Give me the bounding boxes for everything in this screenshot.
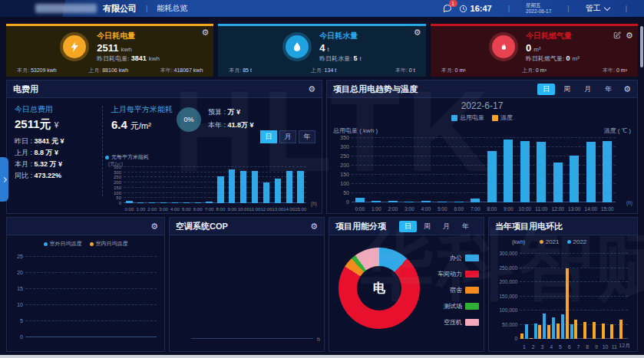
- legend-item[interactable]: 2021: [540, 238, 560, 245]
- legend-item[interactable]: 宿舍: [438, 286, 479, 294]
- vertical-scrollbar[interactable]: [640, 26, 643, 67]
- x-axis-label: 4:00: [170, 207, 181, 212]
- bar: [525, 324, 528, 339]
- legend-label: 温度: [500, 113, 513, 122]
- donut-center-label: 电: [373, 281, 385, 297]
- axis-tick: 150: [107, 186, 121, 190]
- legend-item[interactable]: 车间动力: [438, 270, 479, 278]
- x-axis-unit: (h): [626, 200, 632, 205]
- grid-line: [25, 272, 157, 273]
- tab-month[interactable]: 月: [279, 130, 296, 143]
- bar: [552, 317, 555, 339]
- card-stat: 上月: 88106 kwh: [88, 67, 128, 74]
- legend-item[interactable]: 总用电量: [451, 113, 484, 122]
- bar: [574, 320, 577, 339]
- x-axis-label: 12月: [619, 342, 628, 350]
- bar: [405, 202, 414, 202]
- card-value: 4t: [319, 42, 362, 54]
- bar: [126, 201, 132, 203]
- tab-day[interactable]: 日: [260, 130, 277, 143]
- axis-tick: 100,000: [490, 307, 517, 313]
- axis-tick: 50,000: [490, 322, 517, 327]
- edit-icon[interactable]: [613, 28, 621, 42]
- cop-panel: 空调系统COP ⚙ h: [169, 217, 325, 352]
- budget-info: 预算 : 万 ¥ 本年 : 41.8万 ¥: [208, 106, 254, 132]
- x-axis-label: 6: [565, 344, 574, 350]
- grid-line: [25, 320, 157, 321]
- lightning-icon: [63, 35, 86, 58]
- bar: [240, 171, 246, 203]
- gear-icon[interactable]: ⚙: [626, 31, 633, 40]
- y-axis-label: (元/㎡): [108, 161, 123, 168]
- x-axis-label: 0:00: [124, 207, 135, 212]
- axis-tick: 250: [107, 175, 121, 179]
- message-count-badge: 1: [449, 0, 457, 7]
- tab-week[interactable]: 周: [558, 84, 576, 95]
- tab-month[interactable]: 月: [579, 84, 596, 95]
- tab-year[interactable]: 年: [457, 221, 474, 232]
- header-divider: |: [508, 5, 510, 12]
- bar: [487, 151, 497, 202]
- temperature-panel: ⚙ 室外日均温度室内日均温度 0510152025: [6, 217, 165, 352]
- grid-line: [352, 137, 616, 138]
- cost-stat-row: 上月 : 8.8 万 ¥: [15, 147, 99, 159]
- card-stat: 上月: 0 m³: [522, 67, 547, 74]
- axis-tick: 10: [10, 302, 23, 307]
- tab-day[interactable]: 日: [537, 84, 555, 95]
- cost-stats: 今日总费用 2511元 ¥ 昨日 : 3841 元 ¥上月 : 8.8 万 ¥本…: [15, 104, 99, 182]
- sidebar-expand-handle[interactable]: [0, 157, 8, 202]
- gear-icon[interactable]: ⚙: [414, 28, 421, 37]
- gear-icon[interactable]: ⚙: [308, 85, 315, 94]
- water-drop-icon: [286, 35, 309, 58]
- x-axis-label: 15:00: [599, 206, 616, 212]
- bar: [520, 141, 530, 202]
- energy-card: ⚙今日耗电量2511kwh昨日耗电量: 3841kwh本月: 53209 kwh…: [6, 24, 213, 77]
- legend-item[interactable]: 空压机: [438, 318, 479, 327]
- x-axis-label: 1:00: [368, 206, 385, 212]
- gear-icon[interactable]: ⚙: [623, 85, 631, 94]
- x-axis-label: 13:00: [566, 206, 583, 212]
- bar: [172, 202, 178, 203]
- grid-line: [520, 253, 628, 254]
- messages-button[interactable]: 1: [443, 4, 452, 13]
- user-menu[interactable]: 管工: [586, 3, 609, 14]
- gear-icon[interactable]: ⚙: [310, 222, 318, 231]
- gear-icon[interactable]: ⚙: [201, 28, 209, 37]
- x-axis-label: 9:00: [500, 206, 517, 212]
- card-stat: 本月: 53209 kwh: [17, 67, 57, 74]
- bar: [619, 320, 623, 339]
- sqm-value: 6.4 元/m²: [111, 118, 173, 132]
- legend-item[interactable]: 温度: [492, 113, 513, 122]
- panel-title: 电费用: [13, 84, 38, 95]
- tab-month[interactable]: 月: [438, 221, 455, 232]
- bar: [570, 156, 579, 202]
- legend-item[interactable]: 室内日均温度: [90, 240, 128, 248]
- x-axis-label: 10:00: [238, 207, 249, 212]
- card-text: 今日耗水量4t昨日耗水量: 5t: [319, 31, 362, 63]
- date-block: 星期五 2022-06-17: [526, 2, 551, 15]
- tab-week[interactable]: 周: [418, 221, 436, 232]
- grid-line: [520, 296, 628, 297]
- trend-period-tabs: 日周月年: [537, 84, 617, 95]
- gear-icon[interactable]: ⚙: [150, 222, 158, 231]
- bar: [195, 202, 201, 203]
- nav-energy-overview[interactable]: 能耗总览: [157, 3, 187, 14]
- card-icon-ring: [282, 32, 312, 61]
- cost-stat-value: 473.22%: [35, 172, 62, 179]
- legend-item[interactable]: 室外日均温度: [44, 240, 82, 248]
- legend-item[interactable]: 2022: [567, 238, 587, 245]
- tab-year[interactable]: 年: [599, 84, 617, 95]
- axis-tick: 150,000: [490, 294, 517, 299]
- legend-item[interactable]: 元每平方米能耗: [105, 153, 149, 161]
- legend-marker: [44, 242, 48, 246]
- panel-title: 项目总用电趋势与温度: [333, 84, 418, 95]
- bar: [504, 140, 513, 202]
- legend-item[interactable]: 测试场: [438, 302, 479, 310]
- tab-year[interactable]: 年: [299, 130, 315, 143]
- legend-swatch: [465, 255, 479, 261]
- company-name: 有限公司: [103, 3, 137, 15]
- x-axis-label: 6:00: [192, 207, 203, 212]
- legend-item[interactable]: 办公: [438, 254, 479, 262]
- tab-day[interactable]: 日: [399, 221, 417, 232]
- header-divider: |: [626, 5, 627, 12]
